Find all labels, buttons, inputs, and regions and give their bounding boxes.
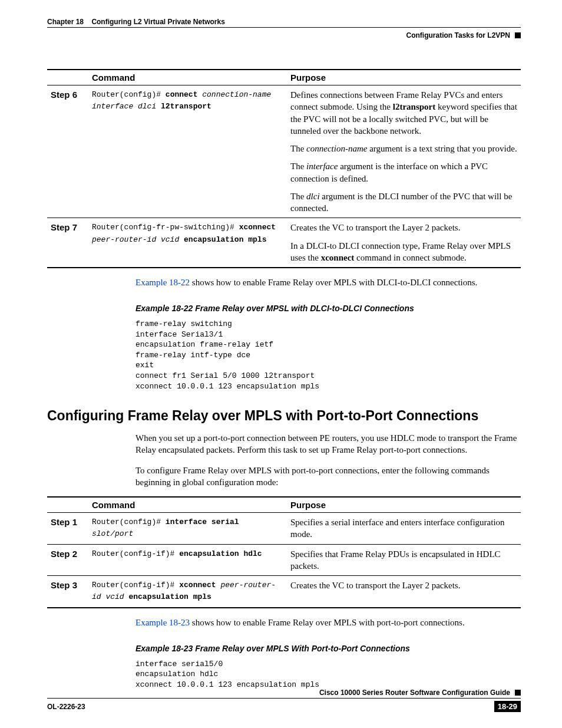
purpose-text: The: [290, 144, 306, 153]
paragraph-text: shows how to enable Frame Relay over MPL…: [190, 278, 477, 287]
chapter-label: Chapter 18: [47, 18, 84, 26]
code-block: frame-relay switching interface Serial3/…: [135, 319, 521, 391]
purpose-text: The: [290, 192, 306, 201]
prompt-text: Router(config-fr-pw-switching)#: [92, 223, 239, 232]
footer-guide-title: Cisco 10000 Series Router Software Confi…: [319, 689, 510, 697]
header-marker-icon: [515, 32, 521, 38]
purpose-text: argument is the DLCI number of the PVC t…: [290, 192, 512, 213]
purpose-text: Creates the VC to transport the Layer 2 …: [290, 223, 460, 232]
paragraph: Example 18-23 shows how to enable Frame …: [135, 617, 521, 628]
purpose-italic: connection-name: [306, 144, 367, 153]
purpose-cell: Specifies a serial interface and enters …: [287, 513, 521, 545]
command-table-1: Command Purpose Step 6 Router(config)# c…: [47, 69, 521, 268]
cmd-keyword: encapsulation mpls: [184, 235, 266, 244]
prompt-text: Router(config)#: [92, 518, 166, 526]
example-title: Example 18-23 Frame Relay over MPLS With…: [135, 644, 521, 653]
running-header: Chapter 18 Configuring L2 Virtual Privat…: [47, 18, 521, 39]
step-label: Step 1: [47, 513, 88, 545]
cmd-keyword: interface serial: [166, 518, 239, 526]
step-label: Step 6: [47, 85, 88, 218]
cmd-keyword: connect: [166, 90, 198, 99]
purpose-cell: Creates the VC to transport the Layer 2 …: [287, 218, 521, 268]
footer-doc-id: OL-2226-23: [47, 703, 85, 711]
command-cell: Router(config-if)# xconnect peer-router-…: [88, 576, 287, 608]
cmd-keyword: xconnect: [179, 581, 216, 589]
prompt-text: Router(config-if)#: [92, 581, 179, 589]
page-footer: Cisco 10000 Series Router Software Confi…: [47, 689, 521, 712]
purpose-bold: l2transport: [393, 102, 436, 111]
table-row: Step 3 Router(config-if)# xconnect peer-…: [47, 576, 521, 608]
purpose-italic: dlci: [306, 192, 320, 201]
step-label: Step 3: [47, 576, 88, 608]
purpose-text: The: [290, 162, 306, 171]
command-cell: Router(config-if)# encapsulation hdlc: [88, 544, 287, 576]
prompt-text: Router(config-if)#: [92, 549, 179, 558]
cmd-arg: peer-router-id vcid: [92, 235, 184, 244]
example-title: Example 18-22 Frame Relay over MPSL with…: [135, 304, 521, 313]
paragraph: Example 18-22 shows how to enable Frame …: [135, 276, 521, 288]
command-cell: Router(config-fr-pw-switching)# xconnect…: [88, 218, 287, 268]
purpose-italic: interface: [306, 162, 338, 171]
purpose-text: command in connect submode.: [354, 253, 466, 262]
table-row: Step 2 Router(config-if)# encapsulation …: [47, 544, 521, 576]
cmd-keyword: l2transport: [161, 102, 211, 111]
table-row: Step 7 Router(config-fr-pw-switching)# x…: [47, 218, 521, 268]
paragraph: To configure Frame Relay over MPLS with …: [135, 465, 521, 489]
step-label: Step 2: [47, 544, 88, 576]
purpose-bold: xconnect: [321, 253, 355, 262]
paragraph-text: shows how to enable Frame Relay over MPL…: [190, 618, 465, 627]
paragraph: When you set up a port-to-port connectio…: [135, 432, 521, 456]
cmd-keyword: encapsulation hdlc: [179, 549, 262, 558]
table2-col-command: Command: [88, 497, 287, 513]
section-heading: Configuring Frame Relay over MPLS with P…: [47, 408, 521, 424]
command-cell: Router(config)# interface serial slot/po…: [88, 513, 287, 545]
purpose-text: argument is a text string that you provi…: [367, 144, 517, 153]
purpose-cell: Defines connections between Frame Relay …: [287, 85, 521, 218]
prompt-text: Router(config)#: [92, 90, 166, 99]
cmd-keyword: xconnect: [239, 223, 276, 232]
purpose-cell: Creates the VC to transport the Layer 2 …: [287, 576, 521, 608]
footer-marker-icon: [515, 690, 521, 696]
table-row: Step 6 Router(config)# connect connectio…: [47, 85, 521, 218]
cmd-arg: slot/port: [92, 529, 133, 538]
example-link[interactable]: Example 18-23: [135, 618, 190, 627]
example-link[interactable]: Example 18-22: [135, 278, 190, 287]
table2-col-purpose: Purpose: [287, 497, 521, 513]
table1-col-command: Command: [88, 70, 287, 85]
footer-page-number: 18-29: [494, 701, 521, 712]
purpose-cell: Specifies that Frame Relay PDUs is encap…: [287, 544, 521, 576]
chapter-title: Configuring L2 Virtual Private Networks: [91, 18, 225, 26]
cmd-keyword: encapsulation mpls: [128, 592, 211, 601]
header-section-title: Configuration Tasks for L2VPN: [406, 31, 510, 39]
code-block: interface serial5/0 encapsulation hdlc x…: [135, 659, 521, 690]
table1-col-purpose: Purpose: [287, 70, 521, 85]
command-table-2: Command Purpose Step 1 Router(config)# i…: [47, 496, 521, 608]
command-cell: Router(config)# connect connection-name …: [88, 85, 287, 218]
step-label: Step 7: [47, 218, 88, 268]
table-row: Step 1 Router(config)# interface serial …: [47, 513, 521, 545]
